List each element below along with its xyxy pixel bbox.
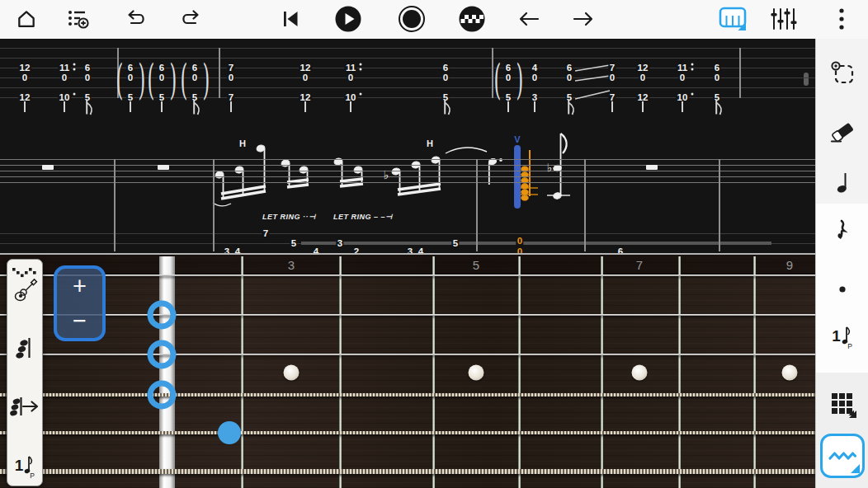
guitar-string-6[interactable] bbox=[0, 469, 815, 474]
zoom-in-button[interactable]: + bbox=[57, 269, 102, 303]
more-menu-button[interactable] bbox=[823, 1, 861, 37]
tab-fret-number[interactable]: 7 bbox=[608, 63, 616, 73]
note-duration-button[interactable] bbox=[823, 163, 862, 203]
keyboard-panel-button[interactable] bbox=[715, 1, 753, 37]
tab-fret-number[interactable]: 6 bbox=[191, 63, 198, 73]
tab-fret-number-clipped[interactable]: 0 bbox=[516, 246, 523, 253]
guitar-string-5[interactable] bbox=[0, 431, 815, 435]
tab-fret-number[interactable]: 0 bbox=[83, 73, 91, 82]
tab-fret-number[interactable]: 11 bbox=[676, 63, 688, 73]
tab-fret-number[interactable]: 12 bbox=[636, 63, 649, 73]
fretboard-handle-icon bbox=[11, 266, 39, 304]
open-string-marker[interactable] bbox=[148, 340, 177, 369]
tracks-icon bbox=[66, 7, 91, 30]
guitar-nut bbox=[159, 256, 175, 488]
open-string-marker[interactable] bbox=[148, 301, 177, 330]
tab-fret-number[interactable]: 11 bbox=[344, 63, 356, 73]
tab-fret-number[interactable]: 0 bbox=[158, 73, 165, 82]
tab-fret-number[interactable]: 6 bbox=[441, 63, 449, 73]
beat-stem bbox=[130, 101, 131, 112]
tab-fret-number[interactable]: 0 bbox=[565, 73, 573, 82]
tab-fret-number[interactable]: 0 bbox=[639, 73, 646, 82]
chord-mode-button[interactable] bbox=[14, 336, 35, 363]
tab-fret-number-clipped[interactable]: 2 bbox=[352, 246, 360, 253]
fret-inlay-dot bbox=[469, 365, 484, 381]
guitar-string-4[interactable] bbox=[0, 393, 815, 396]
tab-fret-number[interactable]: 12 bbox=[299, 63, 312, 73]
fretboard-options-button[interactable] bbox=[11, 266, 39, 304]
tab-fret-number[interactable]: 11 bbox=[58, 63, 70, 73]
note-icon bbox=[832, 171, 853, 195]
tab-fret-number[interactable]: 0 bbox=[126, 73, 134, 82]
fretboard-panel[interactable]: 3579 + − 1P bbox=[0, 253, 815, 488]
fret-wire bbox=[518, 256, 521, 488]
guitar-string-3[interactable] bbox=[0, 354, 815, 356]
score-scrollbar[interactable] bbox=[804, 73, 809, 86]
tab-fret-number[interactable]: 0 bbox=[227, 73, 234, 82]
tab-fret-number[interactable]: 0 bbox=[191, 73, 198, 82]
play-button[interactable] bbox=[329, 1, 367, 37]
tab-fret-number[interactable]: 0 bbox=[531, 73, 538, 82]
go-to-start-button[interactable] bbox=[271, 1, 309, 37]
tab-fret-number-clipped[interactable]: 4 bbox=[234, 246, 241, 253]
strum-direction-button[interactable] bbox=[10, 396, 40, 422]
selection-tool-button[interactable] bbox=[823, 53, 862, 92]
mixer-button[interactable] bbox=[766, 1, 804, 37]
score-panel[interactable]: V 1201211010605605()605()605()7071201211… bbox=[0, 39, 815, 253]
tab-fret-number[interactable]: 3 bbox=[336, 238, 343, 248]
effects-button[interactable] bbox=[820, 434, 865, 478]
tracks-button[interactable] bbox=[59, 1, 97, 37]
tab-fret-number[interactable]: 0 bbox=[678, 73, 686, 82]
chord-grid-button[interactable] bbox=[823, 384, 862, 424]
tab-fret-number-clipped[interactable]: 4 bbox=[417, 246, 424, 253]
tab-fret-number[interactable]: 5 bbox=[290, 238, 297, 248]
record-button[interactable] bbox=[393, 1, 431, 37]
tab-fret-number[interactable]: 0 bbox=[60, 73, 68, 82]
tab-fret-number[interactable]: 0 bbox=[608, 73, 616, 82]
tab-fret-number-clipped[interactable]: 3 bbox=[223, 246, 230, 253]
tuplet-button[interactable]: 1P bbox=[823, 317, 862, 357]
eighth-flag bbox=[444, 101, 454, 120]
tab-fret-number[interactable]: 12 bbox=[18, 63, 31, 73]
whole-rest bbox=[158, 165, 169, 170]
tab-fret-number[interactable]: 0 bbox=[441, 73, 449, 82]
tab-fret-number[interactable]: 6 bbox=[504, 63, 512, 73]
dotted-note-button[interactable] bbox=[823, 270, 862, 309]
tab-fret-number[interactable]: 7 bbox=[227, 63, 234, 73]
previous-beat-button[interactable] bbox=[510, 1, 548, 37]
open-string-marker[interactable] bbox=[148, 381, 177, 410]
tab-fret-number-clipped[interactable]: 3 bbox=[406, 246, 413, 253]
tab-fret-number[interactable]: 5 bbox=[451, 238, 459, 248]
flat-accidental: ♭ bbox=[384, 168, 389, 181]
undo-button[interactable] bbox=[117, 1, 155, 37]
tab-fret-number[interactable]: 0 bbox=[21, 73, 28, 82]
count-in-button[interactable] bbox=[453, 1, 491, 37]
tab-fret-number[interactable]: 6 bbox=[126, 63, 134, 73]
eraser-tool-button[interactable] bbox=[823, 112, 862, 152]
single-note-button[interactable]: 1P bbox=[15, 454, 35, 479]
fretted-note-marker[interactable] bbox=[218, 421, 241, 444]
tab-fret-number[interactable]: 0 bbox=[301, 73, 309, 82]
tab-fret-number-clipped[interactable]: 4 bbox=[312, 246, 319, 253]
beat-stem bbox=[24, 101, 26, 112]
guitar-string-2[interactable] bbox=[0, 314, 815, 316]
tab-fret-number-clipped[interactable]: 6 bbox=[616, 246, 624, 253]
tab-fret-number[interactable]: 6 bbox=[713, 63, 720, 73]
tab-fret-number[interactable]: 0 bbox=[504, 73, 512, 82]
tab-fret-number[interactable]: 6 bbox=[565, 63, 573, 73]
fret-inlay-dot bbox=[632, 365, 648, 381]
rest-tool-button[interactable] bbox=[823, 212, 862, 251]
tab-fret-number[interactable]: 4 bbox=[531, 63, 538, 73]
redo-button[interactable] bbox=[172, 1, 210, 37]
hammer-on-mark: H bbox=[427, 138, 433, 148]
tab-fret-number[interactable]: 6 bbox=[158, 63, 165, 73]
zoom-out-button[interactable]: − bbox=[57, 303, 102, 338]
tab-fret-number[interactable]: 0 bbox=[347, 73, 354, 82]
tab-fret-number[interactable]: 7 bbox=[262, 228, 269, 238]
tab-fret-number[interactable]: 0 bbox=[516, 236, 523, 246]
guitar-string-1[interactable] bbox=[0, 274, 815, 276]
tab-fret-number[interactable]: 0 bbox=[713, 73, 720, 82]
next-beat-button[interactable] bbox=[564, 1, 602, 37]
tab-fret-number[interactable]: 6 bbox=[83, 63, 91, 73]
home-button[interactable] bbox=[7, 1, 45, 37]
